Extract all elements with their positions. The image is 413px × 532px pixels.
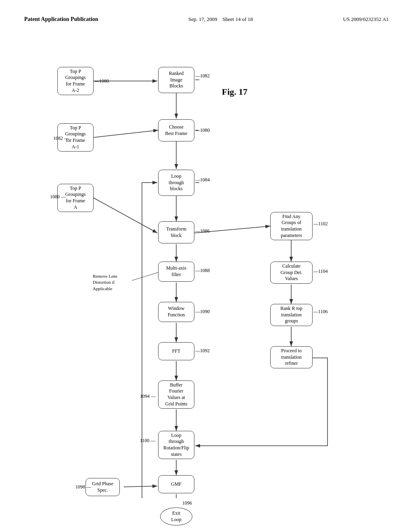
box-multiaxis: Multi-axisfilter [158, 262, 194, 282]
label-1102: —1102 [313, 221, 328, 227]
box-gmf: GMF [158, 475, 194, 493]
box-fft: FFT [158, 342, 194, 360]
label-1082-a1: 1082 — [53, 135, 69, 141]
box-buffer-fourier: BufferFourierValues atGrid Points [158, 380, 194, 409]
box-rank-top: Rank R toptranslationgroups [270, 304, 313, 326]
label-1084: —1084 [195, 177, 210, 183]
arrows-svg [33, 35, 380, 498]
box-ranked-image: RankedImageBlocks [158, 67, 194, 93]
label-1080-best: —1080 [195, 127, 210, 133]
box-transform: Transformblock [158, 221, 194, 243]
label-1092: —1092 [195, 348, 210, 354]
box-calc-group: CalculateGroup Det.Values [270, 262, 313, 284]
label-1080-a: 1080 — [50, 194, 66, 200]
header-sheet: Sheet 14 of 18 [223, 16, 253, 22]
header: Patent Application Publication Sep. 17, … [24, 16, 389, 23]
page: Patent Application Publication Sep. 17, … [0, 0, 413, 532]
svg-line-5 [94, 198, 157, 233]
svg-line-19 [132, 272, 158, 281]
label-1098: 1098 — [75, 484, 91, 490]
box-window-function: WindowFunction [158, 302, 194, 322]
diagram: Top PGroupingsfor FrameA-2 RankedImageBl… [33, 35, 380, 498]
box-find-groups: Find AnyGroups oftranslationparameters [270, 212, 313, 240]
box-loop-rotation: LoopthroughRotation/Flipstates [158, 431, 194, 459]
label-1096: 1096 [182, 500, 192, 506]
label-1090: —1090 [195, 309, 210, 315]
label-1080-a2: —1080 [94, 78, 109, 84]
header-date-sheet: Sep. 17, 2009 Sheet 14 of 18 [188, 16, 253, 23]
header-publication: Patent Application Publication [24, 16, 98, 23]
label-1094: 1094 — [140, 393, 156, 399]
label-1104: —1104 [313, 268, 328, 274]
label-1086: —1086 [195, 228, 210, 234]
svg-line-14 [124, 486, 157, 487]
header-patent-number: US 2009/0232352 A1 [343, 16, 389, 23]
box-choose-best-frame: ChooseBest Frame [158, 119, 194, 141]
label-1082-ranked: —1082 [195, 73, 210, 79]
label-1106: —1106 [313, 309, 328, 315]
box-exit-loop: ExitLoop [160, 507, 192, 526]
label-remove-lens: Remove LensDistortion ifApplicable [93, 273, 117, 292]
box-proceed: Proceed totranslationrefiner [270, 346, 313, 368]
label-1088: —1088 [195, 268, 210, 274]
svg-line-3 [94, 130, 158, 137]
box-loop-blocks: Loopthroughblocks [158, 170, 194, 196]
header-date: Sep. 17, 2009 [188, 16, 217, 22]
box-top-p-a2: Top PGroupingsfor FrameA-2 [57, 67, 94, 95]
label-1100: 1100 — [140, 438, 156, 444]
